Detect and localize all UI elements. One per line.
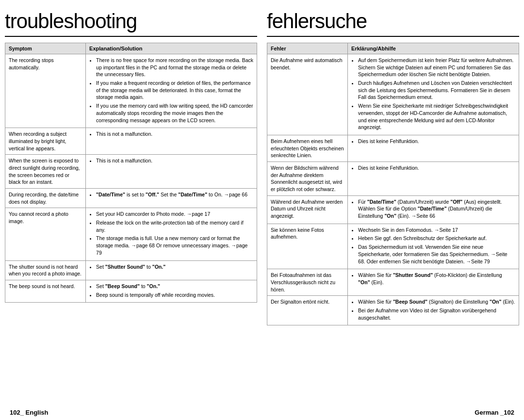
table-row: During recording, the date/time does not… — [5, 189, 257, 208]
solution-cell: Wechseln Sie in den Fotomodus. →Seite 17… — [348, 224, 519, 269]
symptom-cell: When the screen is exposed to direct sun… — [5, 155, 86, 189]
symptom-cell: When recording a subject illuminated by … — [5, 128, 86, 155]
solution-cell: Set your HD camcorder to Photo mode. →pa… — [86, 208, 257, 260]
solution-item: This is not a malfunction. — [96, 157, 253, 164]
solution-item: Set your HD camcorder to Photo mode. →pa… — [96, 210, 253, 218]
footer-left: 102_ English — [10, 409, 48, 416]
solution-item: There is no free space for more recordin… — [96, 57, 253, 78]
solution-cell: Dies ist keine Fehlfunktion. — [348, 135, 519, 162]
solution-item: Bei der Aufnahme von Video ist der Signa… — [358, 307, 515, 321]
solution-item: Heben Sie ggf. den Schreibschutz der Spe… — [358, 235, 515, 242]
symptom-cell: Bei Fotoaufnahmen ist das Verschlussgerä… — [267, 269, 348, 296]
solution-item: Wählen Sie für "Beep Sound" (Signalton) … — [358, 298, 515, 306]
symptom-cell: You cannot record a photo image. — [5, 208, 86, 260]
symptom-cell: Sie können keine Fotos aufnehmen. — [267, 224, 348, 269]
footer-right: German _102 — [475, 409, 514, 416]
symptom-cell: The recording stops automatically. — [5, 54, 86, 128]
solution-item: Auf dem Speichermedium ist kein freier P… — [358, 57, 515, 78]
solution-item: The storage media is full. Use a new mem… — [96, 235, 253, 256]
solution-cell: Wählen Sie für "Beep Sound" (Signalton) … — [348, 296, 519, 325]
solution-item: "Date/Time" is set to "Off." Set the "Da… — [96, 191, 253, 198]
solution-cell: Auf dem Speichermedium ist kein freier P… — [348, 54, 519, 135]
symptom-cell: During recording, the date/time does not… — [5, 189, 86, 208]
solution-cell: Dies ist keine Fehlfunktion. — [348, 162, 519, 195]
solution-cell: Set "Beep Sound" to "On."Beep sound is t… — [86, 280, 257, 302]
left-col1-header: Symptom — [5, 43, 86, 54]
table-row: Beim Aufnehmen eines hell erleuchteten O… — [267, 135, 519, 162]
symptom-cell: Der Signalton ertönt nicht. — [267, 296, 348, 325]
solution-item: This is not a malfunction. — [96, 130, 253, 138]
solution-cell: This is not a malfunction. — [86, 155, 257, 189]
table-row: Wenn der Bildschirm während der Aufnahme… — [267, 162, 519, 195]
solution-item: Das Speichermedium ist voll. Verwenden S… — [358, 243, 515, 265]
solution-item: Durch häufiges Aufnehmen und Löschen von… — [358, 80, 515, 101]
left-title: troubleshooting — [5, 10, 257, 37]
left-column: troubleshooting Symptom Explanation/Solu… — [5, 10, 257, 400]
table-row: Während der Aufnahme werden Datum und Uh… — [267, 195, 519, 224]
table-row: Die Aufnahme wird automatisch beendet.Au… — [267, 54, 519, 135]
right-table: Fehler Erklärung/Abhilfe Die Aufnahme wi… — [267, 43, 519, 325]
solution-cell: Wählen Sie für "Shutter Sound" (Foto-Kli… — [348, 269, 519, 296]
symptom-cell: Wenn der Bildschirm während der Aufnahme… — [267, 162, 348, 195]
symptom-cell: Die Aufnahme wird automatisch beendet. — [267, 54, 348, 135]
symptom-cell: The beep sound is not heard. — [5, 280, 86, 302]
table-row: When the screen is exposed to direct sun… — [5, 155, 257, 189]
table-row: Der Signalton ertönt nicht.Wählen Sie fü… — [267, 296, 519, 325]
left-col2-header: Explanation/Solution — [86, 43, 257, 54]
solution-cell: Für "Date/Time" (Datum/Uhrzeit) wurde "O… — [348, 195, 519, 224]
table-row: Bei Fotoaufnahmen ist das Verschlussgerä… — [267, 269, 519, 296]
solution-item: Set "Beep Sound" to "On." — [96, 283, 253, 290]
table-row: The recording stops automatically.There … — [5, 54, 257, 128]
solution-cell: There is no free space for more recordin… — [86, 54, 257, 128]
right-column: fehlersuche Fehler Erklärung/Abhilfe Die… — [267, 10, 519, 400]
solution-cell: Set "Shutter Sound" to "On." — [86, 260, 257, 280]
right-col2-header: Erklärung/Abhilfe — [348, 43, 519, 54]
solution-item: Wechseln Sie in den Fotomodus. →Seite 17 — [358, 226, 515, 234]
solution-item: Für "Date/Time" (Datum/Uhrzeit) wurde "O… — [358, 198, 515, 220]
table-row: You cannot record a photo image.Set your… — [5, 208, 257, 260]
table-row: The shutter sound is not heard when you … — [5, 260, 257, 280]
solution-item: Wenn Sie eine Speicherkarte mit niedrige… — [358, 102, 515, 131]
solution-item: Beep sound is temporally off while recor… — [96, 291, 253, 299]
solution-cell: "Date/Time" is set to "Off." Set the "Da… — [86, 189, 257, 208]
table-row: When recording a subject illuminated by … — [5, 128, 257, 155]
solution-cell: This is not a malfunction. — [86, 128, 257, 155]
solution-item: If you use the memory card with low writ… — [96, 102, 253, 124]
solution-item: Dies ist keine Fehlfunktion. — [358, 138, 515, 145]
solution-item: Release the lock on the write-protection… — [96, 219, 253, 233]
solution-item: Wählen Sie für "Shutter Sound" (Foto-Kli… — [358, 272, 515, 286]
footer: 102_ English German _102 — [0, 405, 524, 420]
table-row: Sie können keine Fotos aufnehmen.Wechsel… — [267, 224, 519, 269]
symptom-cell: The shutter sound is not heard when you … — [5, 260, 86, 280]
left-table: Symptom Explanation/Solution The recordi… — [5, 43, 257, 303]
right-title: fehlersuche — [267, 10, 519, 37]
solution-item: Dies ist keine Fehlfunktion. — [358, 164, 515, 172]
symptom-cell: Während der Aufnahme werden Datum und Uh… — [267, 195, 348, 224]
table-row: The beep sound is not heard.Set "Beep So… — [5, 280, 257, 302]
right-col1-header: Fehler — [267, 43, 348, 54]
solution-item: If you make a frequent recording or dele… — [96, 80, 253, 101]
solution-item: Set "Shutter Sound" to "On." — [96, 263, 253, 271]
symptom-cell: Beim Aufnehmen eines hell erleuchteten O… — [267, 135, 348, 162]
